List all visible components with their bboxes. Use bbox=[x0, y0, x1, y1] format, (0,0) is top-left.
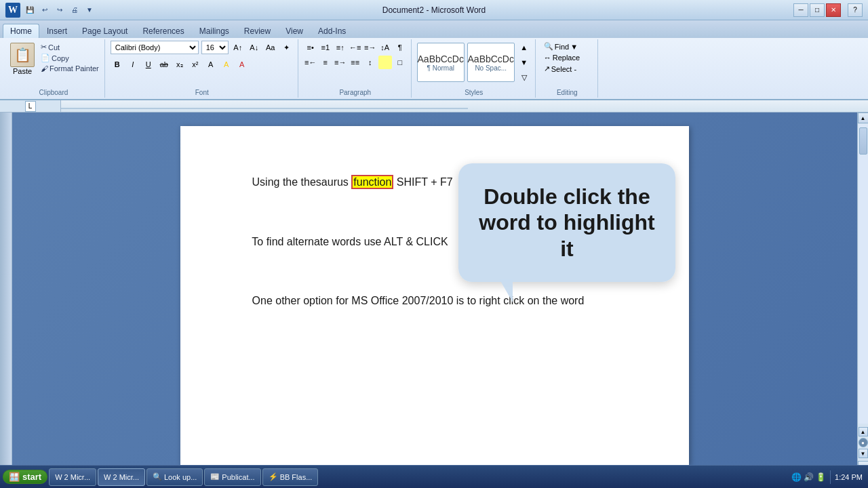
taskbar-item-1[interactable]: W 2 Micr... bbox=[98, 468, 145, 486]
shrink-font-button[interactable]: A↓ bbox=[248, 41, 261, 54]
copy-button[interactable]: 📄 Copy bbox=[39, 53, 100, 63]
clear-format-button[interactable]: ✦ bbox=[280, 41, 294, 54]
styles-scroll-down[interactable]: ▼ bbox=[517, 56, 531, 69]
paste-icon: 📋 bbox=[10, 43, 35, 67]
tab-home[interactable]: Home bbox=[3, 24, 39, 38]
highlighted-word: function bbox=[351, 175, 393, 189]
italic-button[interactable]: I bbox=[126, 58, 140, 71]
doc-line-3: One other option for MS Office 2007/2010… bbox=[228, 278, 642, 323]
document-page[interactable]: Double click the word to highlight it Us… bbox=[180, 126, 689, 465]
justify-button[interactable]: ≡≡ bbox=[349, 56, 362, 69]
text-effects-button[interactable]: A bbox=[204, 58, 218, 71]
ruler-area: L bbox=[0, 100, 868, 113]
tab-view[interactable]: View bbox=[278, 24, 311, 38]
border-button[interactable]: □ bbox=[393, 56, 407, 69]
font-size-select[interactable]: 16 bbox=[201, 41, 229, 54]
taskbar-item-0[interactable]: W 2 Micr... bbox=[49, 468, 96, 486]
document-area: Double click the word to highlight it Us… bbox=[0, 113, 868, 472]
font-group: Calibri (Body) 16 A↑ A↓ Aa ✦ B I U ab x₂ bbox=[106, 39, 298, 98]
app-label-1: 2 Micr... bbox=[113, 473, 139, 481]
select-icon: ↗ bbox=[544, 64, 550, 73]
undo-btn[interactable]: ↩ bbox=[38, 4, 52, 16]
tab-mailings[interactable]: Mailings bbox=[192, 24, 237, 38]
replace-button[interactable]: ↔ Replace bbox=[541, 52, 593, 63]
app-icon-2: 🔍 bbox=[153, 472, 162, 481]
select-button[interactable]: ↗ Select - bbox=[541, 63, 593, 75]
shading-button[interactable] bbox=[378, 56, 392, 69]
close-button[interactable]: ✕ bbox=[826, 3, 841, 17]
scrollbar-thumb[interactable] bbox=[859, 127, 867, 155]
highlight-button[interactable]: A bbox=[220, 58, 233, 71]
align-right-button[interactable]: ≡→ bbox=[334, 56, 347, 69]
subscript-button[interactable]: x₂ bbox=[173, 58, 186, 71]
taskbar-item-3[interactable]: 📰 Publicat... bbox=[204, 468, 260, 486]
select-browse-button[interactable]: ● bbox=[859, 438, 868, 447]
style-normal[interactable]: AaBbCcDc ¶ Normal bbox=[417, 43, 465, 82]
doc-text-3: One other option for MS Office 2007/2010… bbox=[252, 295, 585, 306]
redo-btn[interactable]: ↪ bbox=[53, 4, 66, 16]
scrollbar-track bbox=[859, 124, 868, 424]
document-scroll-area[interactable]: Double click the word to highlight it Us… bbox=[12, 113, 857, 472]
start-label: start bbox=[22, 472, 41, 482]
cut-button[interactable]: ✂ Cut bbox=[39, 42, 100, 52]
increase-indent-button[interactable]: ≡→ bbox=[363, 41, 377, 54]
ribbon-tab-list: Home Insert Page Layout References Maili… bbox=[0, 20, 868, 38]
decrease-indent-button[interactable]: ←≡ bbox=[349, 41, 362, 54]
bold-button[interactable]: B bbox=[111, 58, 124, 71]
format-painter-label: Format Painter bbox=[50, 64, 99, 73]
grow-font-button[interactable]: A↑ bbox=[231, 41, 245, 54]
help-button[interactable]: ? bbox=[848, 3, 863, 17]
font-family-select[interactable]: Calibri (Body) bbox=[111, 41, 199, 54]
app-icon-1: W bbox=[104, 473, 111, 481]
numbering-button[interactable]: ≡1 bbox=[319, 41, 332, 54]
tab-page-layout[interactable]: Page Layout bbox=[75, 24, 135, 38]
taskbar-item-2[interactable]: 🔍 Look up... bbox=[146, 468, 203, 486]
battery-icon: 🔋 bbox=[815, 472, 826, 483]
prev-page-button[interactable]: ▲ bbox=[859, 427, 868, 436]
multilevel-button[interactable]: ≡↑ bbox=[334, 41, 347, 54]
style-preview: AaBbCcDc bbox=[418, 54, 464, 64]
superscript-button[interactable]: x² bbox=[189, 58, 202, 71]
styles-scroll-up[interactable]: ▲ bbox=[517, 41, 531, 54]
start-button[interactable]: 🪟 start bbox=[3, 470, 47, 484]
title-bar: W 💾 ↩ ↪ 🖨 ▼ Document2 - Microsoft Word ─… bbox=[0, 0, 868, 20]
save-btn[interactable]: 💾 bbox=[23, 4, 37, 16]
align-center-button[interactable]: ≡ bbox=[319, 56, 332, 69]
change-case-button[interactable]: Aa bbox=[264, 41, 277, 54]
scroll-up-button[interactable]: ▲ bbox=[858, 113, 869, 123]
more-btn[interactable]: ▼ bbox=[83, 4, 96, 16]
svg-rect-0 bbox=[61, 100, 868, 112]
paste-button[interactable]: 📋 Paste bbox=[7, 41, 38, 77]
find-label: Find bbox=[555, 43, 569, 51]
format-painter-button[interactable]: 🖌 Format Painter bbox=[39, 64, 100, 73]
doc-text-after: SHIFT + F7 bbox=[393, 176, 452, 188]
show-hide-button[interactable]: ¶ bbox=[393, 41, 407, 54]
font-color-button[interactable]: A bbox=[235, 58, 249, 71]
style-no-spacing[interactable]: AaBbCcDc No Spac... bbox=[467, 43, 515, 82]
underline-button[interactable]: U bbox=[142, 58, 155, 71]
tab-references[interactable]: References bbox=[135, 24, 191, 38]
sort-button[interactable]: ↕A bbox=[378, 41, 392, 54]
network-icon: 🌐 bbox=[791, 472, 802, 483]
taskbar-item-4[interactable]: ⚡ BB Flas... bbox=[262, 468, 319, 486]
find-button[interactable]: 🔍 Find ▼ bbox=[541, 41, 593, 52]
strikethrough-button[interactable]: ab bbox=[157, 58, 171, 71]
find-arrow: ▼ bbox=[570, 43, 578, 51]
next-page-button[interactable]: ▼ bbox=[859, 449, 868, 458]
tab-selector[interactable]: L bbox=[25, 101, 36, 112]
style-preview2: AaBbCcDc bbox=[468, 54, 514, 64]
vertical-scrollbar: ▲ ▲ ● ▼ ▼ bbox=[857, 113, 868, 472]
styles-more[interactable]: ▽ bbox=[517, 70, 531, 84]
print-btn[interactable]: 🖨 bbox=[68, 4, 81, 16]
restore-button[interactable]: □ bbox=[810, 3, 825, 17]
format-painter-icon: 🖌 bbox=[41, 64, 48, 73]
tab-add-ins[interactable]: Add-Ins bbox=[311, 24, 353, 38]
minimize-button[interactable]: ─ bbox=[793, 3, 808, 17]
vertical-ruler bbox=[0, 113, 12, 472]
tab-insert[interactable]: Insert bbox=[39, 24, 75, 38]
tab-review[interactable]: Review bbox=[237, 24, 278, 38]
clock-time: 1:24 PM bbox=[835, 473, 863, 481]
align-left-button[interactable]: ≡← bbox=[304, 56, 317, 69]
bullets-button[interactable]: ≡• bbox=[304, 41, 317, 54]
line-spacing-button[interactable]: ↕ bbox=[363, 56, 377, 69]
